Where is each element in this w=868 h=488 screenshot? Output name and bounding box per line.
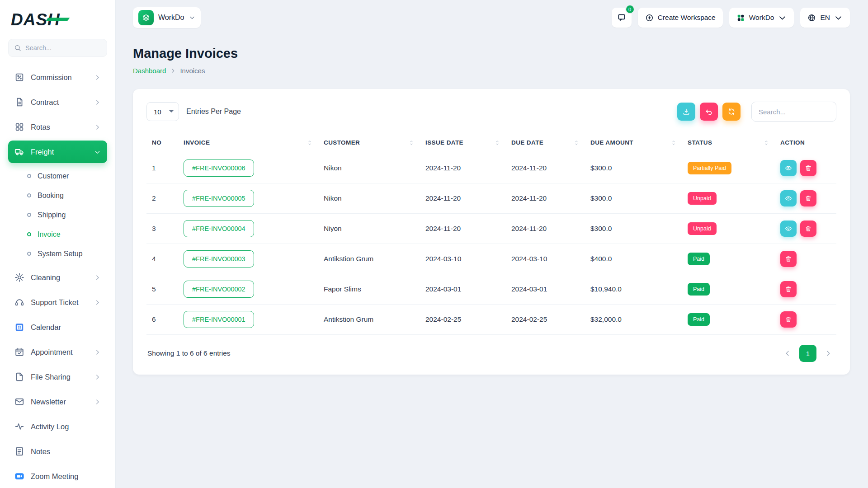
workspace-menu-label: WorkDo <box>749 14 774 22</box>
due-amount-cell: $300.0 <box>585 153 682 183</box>
table-search-input[interactable] <box>751 102 836 122</box>
create-workspace-button[interactable]: Create Workspace <box>638 8 723 28</box>
trash-icon <box>805 164 812 172</box>
sidebar-item-freight[interactable]: Freight <box>8 141 107 163</box>
sidebar-item-commission[interactable]: Commission <box>8 66 107 89</box>
column-label: DUE AMOUNT <box>590 139 633 146</box>
commission-icon <box>14 72 24 82</box>
sidebar-item-cleaning[interactable]: Cleaning <box>8 266 107 289</box>
language-button[interactable]: EN <box>800 8 850 28</box>
workspace-menu-button[interactable]: WorkDo <box>729 8 794 28</box>
chevron-right-icon <box>94 274 101 281</box>
issue-date-cell: 2024-02-25 <box>420 305 506 335</box>
customer-cell: Fapor Slims <box>318 274 420 305</box>
radio-circle-icon <box>27 174 31 178</box>
chevron-right-icon <box>94 124 101 131</box>
status-badge: Unpaid <box>688 222 717 235</box>
sidebar-subitem-customer[interactable]: Customer <box>22 166 107 186</box>
breadcrumb-dashboard-link[interactable]: Dashboard <box>133 67 166 75</box>
globe-icon <box>807 14 816 22</box>
newsletter-icon <box>14 397 24 407</box>
invoice-link[interactable]: #FRE-INVO00004 <box>184 220 254 237</box>
status-badge: Paid <box>688 253 710 265</box>
column-header-customer[interactable]: CUSTOMER <box>318 132 420 153</box>
sort-icon <box>573 140 580 146</box>
notes-icon <box>14 446 24 456</box>
pagination-page-1[interactable]: 1 <box>799 345 816 362</box>
due-date-cell: 2024-11-20 <box>506 183 585 214</box>
sidebar-item-file-sharing[interactable]: File Sharing <box>8 366 107 388</box>
sidebar-subitem-shipping[interactable]: Shipping <box>22 205 107 225</box>
table-footer: Showing 1 to 6 of 6 entries 1 <box>146 335 836 369</box>
invoice-link[interactable]: #FRE-INVO00003 <box>184 250 254 267</box>
delete-invoice-button[interactable] <box>800 190 816 206</box>
delete-invoice-button[interactable] <box>800 221 816 237</box>
svg-text:31: 31 <box>18 326 21 329</box>
due-amount-cell: $300.0 <box>585 183 682 214</box>
delete-invoice-button[interactable] <box>800 160 816 176</box>
invoice-cell: #FRE-INVO00005 <box>178 183 318 214</box>
entries-per-page-select-wrap: 10 <box>146 102 179 121</box>
chevron-left-icon <box>784 350 791 357</box>
sidebar-subitem-system-setup[interactable]: System Setup <box>22 244 107 263</box>
column-label: NO <box>152 139 161 146</box>
sidebar-item-rotas[interactable]: Rotas <box>8 116 107 138</box>
messages-badge: 0 <box>625 5 635 14</box>
sort-icon <box>670 140 677 146</box>
undo-button[interactable] <box>700 103 718 121</box>
view-invoice-button[interactable] <box>780 190 797 206</box>
delete-invoice-button[interactable] <box>780 311 797 328</box>
invoice-link[interactable]: #FRE-INVO00006 <box>184 160 254 177</box>
chevron-right-icon <box>94 99 101 106</box>
chat-icon <box>617 13 626 22</box>
sidebar-item-contract[interactable]: Contract <box>8 91 107 113</box>
refresh-button[interactable] <box>722 103 741 121</box>
invoice-row: 1#FRE-INVO00006Nikon2024-11-202024-11-20… <box>146 153 836 183</box>
radio-circle-icon <box>27 252 31 256</box>
column-header-no: NO <box>146 132 178 153</box>
appointment-icon <box>14 347 24 357</box>
column-header-issue-date[interactable]: ISSUE DATE <box>420 132 506 153</box>
sidebar-subitem-booking[interactable]: Booking <box>22 186 107 205</box>
action-cell <box>775 305 836 335</box>
messages-button[interactable]: 0 <box>612 8 632 28</box>
column-header-invoice[interactable]: INVOICE <box>178 132 318 153</box>
chevron-right-icon <box>825 350 832 357</box>
customer-cell: Nikon <box>318 153 420 183</box>
sidebar-search-input[interactable] <box>25 44 101 52</box>
workspace-switcher[interactable]: WorkDo <box>133 7 201 28</box>
column-header-due-amount[interactable]: DUE AMOUNT <box>585 132 682 153</box>
delete-invoice-button[interactable] <box>780 251 797 267</box>
topbar-actions: 0 Create Workspace WorkDo EN <box>612 8 850 28</box>
invoice-link[interactable]: #FRE-INVO00002 <box>184 281 254 298</box>
chevron-right-icon <box>94 374 101 380</box>
column-header-due-date[interactable]: DUE DATE <box>506 132 585 153</box>
sidebar-subitem-invoice[interactable]: Invoice <box>22 225 107 244</box>
brand-logo[interactable]: DASH <box>11 8 104 32</box>
invoice-link[interactable]: #FRE-INVO00001 <box>184 311 254 328</box>
sidebar-item-support-ticket[interactable]: Support Ticket <box>8 291 107 314</box>
view-invoice-button[interactable] <box>780 221 797 237</box>
column-header-status[interactable]: STATUS <box>682 132 775 153</box>
chevron-right-icon <box>94 399 101 405</box>
pagination-prev-button[interactable] <box>780 346 795 361</box>
sidebar-item-notes[interactable]: Notes <box>8 440 107 463</box>
sidebar-item-newsletter[interactable]: Newsletter <box>8 390 107 413</box>
sidebar-subitem-label: System Setup <box>38 250 83 258</box>
sidebar-item-calendar[interactable]: 31Calendar <box>8 316 107 338</box>
sort-icon <box>307 140 313 146</box>
view-invoice-button[interactable] <box>780 160 797 176</box>
issue-date-cell: 2024-11-20 <box>420 153 506 183</box>
customer-cell: Antikstion Grum <box>318 244 420 274</box>
refresh-icon <box>727 108 736 116</box>
sidebar-item-appointment[interactable]: Appointment <box>8 341 107 363</box>
pagination-next-button[interactable] <box>821 346 835 361</box>
delete-invoice-button[interactable] <box>780 281 797 297</box>
entries-per-page-select[interactable]: 10 <box>146 102 179 121</box>
sort-icon <box>494 140 500 146</box>
invoice-link[interactable]: #FRE-INVO00005 <box>184 190 254 207</box>
sidebar-item-activity-log[interactable]: Activity Log <box>8 415 107 438</box>
column-label: STATUS <box>688 139 712 146</box>
sidebar-item-zoom-meeting[interactable]: Zoom Meeting <box>8 465 107 488</box>
export-button[interactable] <box>677 103 695 121</box>
